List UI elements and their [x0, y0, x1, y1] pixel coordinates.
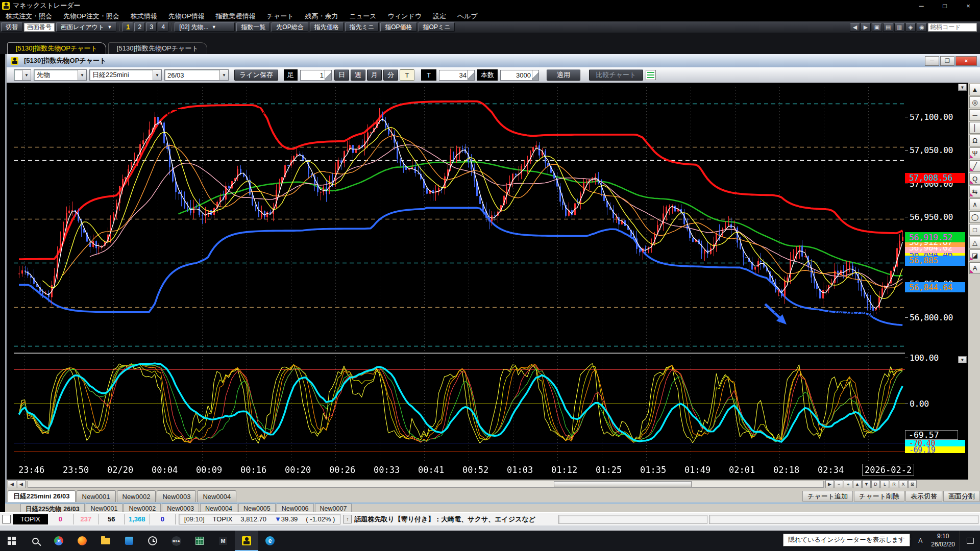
print-icon[interactable]: ▥ [894, 23, 904, 32]
taskbar-edge[interactable]: e [258, 531, 282, 551]
menu-item[interactable]: チャート [261, 12, 300, 21]
bg-sheet-tab[interactable]: New0001 [86, 504, 123, 512]
indicator-settings-icon[interactable] [646, 70, 656, 80]
sheet-tab-active[interactable]: 日経225mini 26/03 [8, 490, 76, 502]
symbol-select[interactable]: 日経225mini▼ [89, 69, 162, 81]
bottom-button[interactable]: チャート削除 [854, 491, 904, 502]
layout-button[interactable]: 画面レイアウト▼ [56, 22, 116, 32]
taskbar-chrome[interactable] [47, 531, 70, 551]
quote-tool[interactable]: Q [969, 173, 980, 185]
bar-count-spinner[interactable]: 1 [300, 70, 332, 81]
rectangle-tool[interactable]: □ [969, 224, 980, 236]
compare-chart-button[interactable]: 比較チャート [589, 69, 643, 81]
menu-item[interactable]: 先物OP注文・照会 [58, 12, 125, 21]
count-spinner[interactable]: 3000 [500, 70, 539, 81]
layer-select[interactable]: ▼ [14, 69, 31, 81]
period-button-日[interactable]: 日 [334, 69, 349, 81]
arrows-tool[interactable]: ⇆ [969, 186, 980, 197]
minimize-button[interactable]: ─ [910, 0, 933, 11]
chart-canvas[interactable] [14, 83, 905, 480]
eraser-tool[interactable]: ◪ [969, 249, 980, 261]
page-button-2[interactable]: 2 [134, 22, 145, 32]
window-icon[interactable]: ▣ [872, 23, 882, 32]
bottom-button[interactable]: 画面分割 [943, 491, 980, 502]
scroll-up-button[interactable]: ↑ [343, 515, 352, 523]
symbol-code-input[interactable] [928, 23, 977, 32]
menu-item[interactable]: 残高・余力 [300, 12, 344, 21]
sub-pane-collapse-button[interactable]: ▼ [958, 356, 967, 363]
bg-sheet-tab[interactable]: New0005 [238, 504, 276, 512]
quick-button[interactable]: 指先価格 [310, 22, 344, 32]
menu-item[interactable]: 株式注文・照会 [0, 12, 58, 21]
pitchfork[interactable]: Ψ [969, 147, 980, 159]
triangle-tool[interactable]: △ [969, 237, 980, 248]
contract-select[interactable]: 26/03▼ [164, 69, 229, 81]
ellipse-tool[interactable]: ◯ [969, 211, 980, 223]
zigzag-tool[interactable]: ∧ [969, 198, 980, 210]
close-button[interactable]: × [957, 0, 980, 11]
zoom-tool[interactable]: ◎ [969, 96, 980, 108]
bg-sheet-tab[interactable]: 日経225先物 26/03 [20, 504, 85, 512]
sheet-tab[interactable]: New0003 [157, 490, 196, 502]
bg-sheet-tab[interactable]: New0002 [124, 504, 161, 512]
menu-item[interactable]: ニュース [344, 12, 382, 21]
menu-item[interactable]: 設定 [427, 12, 452, 21]
scroll-button-▼[interactable]: ▼ [862, 480, 871, 488]
taskbar-clock-app[interactable] [141, 531, 164, 551]
ime-indicator[interactable]: A [914, 531, 926, 551]
scroll-button-X[interactable]: X [899, 480, 908, 488]
taskbar-blue-app[interactable] [117, 531, 141, 551]
taskbar-start[interactable] [0, 531, 23, 551]
sheet-tab[interactable]: New0002 [117, 490, 156, 502]
taskbar-mt4[interactable]: MT4 [164, 531, 188, 551]
news-ticker[interactable]: 話題株先取り【寄り付き】：大崎電、サクサ、エイジスなど [354, 515, 535, 524]
quick-button[interactable]: 指数一覧 [236, 22, 270, 32]
period-button-月[interactable]: 月 [367, 69, 382, 81]
category-select[interactable]: 先物▼ [34, 69, 87, 81]
spinner-icon[interactable] [532, 70, 538, 80]
scroll-left-button[interactable]: ◀ [8, 480, 16, 488]
taskbar-search[interactable] [23, 531, 47, 551]
scroll-button-−[interactable]: − [835, 480, 843, 488]
scroll-button-▶[interactable]: ▶ [825, 480, 834, 488]
hscroll-track[interactable] [28, 481, 824, 488]
mdi-tab-1[interactable]: [5130]指数先物OPチャート [108, 42, 207, 54]
scroll-up[interactable]: ▲ [969, 84, 980, 95]
scroll-button-L[interactable]: L [880, 480, 889, 488]
lock-icon[interactable]: ◈ [905, 23, 916, 32]
child-restore-button[interactable]: ❐ [940, 56, 954, 66]
period-button-週[interactable]: 週 [351, 69, 365, 81]
sheet-tab[interactable]: New0004 [197, 490, 236, 502]
taskbar-m-app[interactable]: M [211, 531, 235, 551]
eraser-all-tool[interactable]: A [969, 262, 980, 274]
bg-sheet-tab[interactable]: New0004 [200, 504, 237, 512]
mdi-tab-0[interactable]: [5130]指数先物OPチャート [7, 42, 106, 54]
nav-arrow-icon[interactable]: ◀ [850, 23, 860, 32]
page-button-1[interactable]: 1 [122, 22, 133, 32]
period-button-T[interactable]: T [400, 69, 414, 81]
maximize-button[interactable]: □ [933, 0, 957, 11]
scroll-left-button[interactable]: ◀ [17, 480, 26, 488]
background-chart-window[interactable]: 日経225先物 26/03New0001New0002New0003New000… [5, 503, 980, 512]
keyboard-icon[interactable]: ▤ [883, 23, 893, 32]
menu-item[interactable]: ヘルプ [452, 12, 483, 21]
screen-number-box[interactable]: 画面番号 [24, 23, 55, 32]
page-button-3[interactable]: 3 [146, 22, 157, 32]
taskbar-monex-trader[interactable] [235, 531, 258, 551]
nav-arrow-icon[interactable]: ▶ [861, 23, 871, 32]
menu-item[interactable]: ウィンドウ [382, 12, 427, 21]
scroll-button-＋[interactable]: ＋ [844, 480, 852, 488]
status-checkbox[interactable] [2, 515, 11, 523]
page-button-4[interactable]: 4 [158, 22, 168, 32]
menu-item[interactable]: 指数業種情報 [210, 12, 261, 21]
quick-button[interactable]: 指OPミニ [419, 22, 455, 32]
alert-bell[interactable]: Ω [969, 135, 980, 146]
hscroll-thumb[interactable] [554, 481, 692, 487]
bg-sheet-tab[interactable]: New0007 [315, 504, 352, 512]
regression-line[interactable]: ╱ [969, 160, 980, 172]
quick-button[interactable]: 指先ミニ [345, 22, 379, 32]
menu-item[interactable]: 株式情報 [125, 12, 163, 21]
child-minimize-button[interactable]: ─ [925, 56, 939, 66]
quick-button[interactable]: 指OP価格 [380, 22, 416, 32]
tray-clock[interactable]: 9:10 26/02/20 [926, 533, 960, 548]
